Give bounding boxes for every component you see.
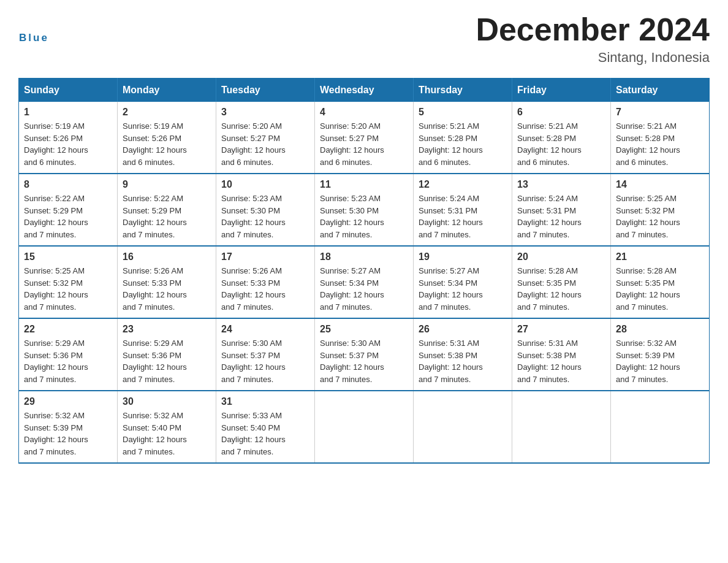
day-info: Sunrise: 5:22 AM Sunset: 5:29 PM Dayligh… <box>24 193 112 240</box>
day-number: 1 <box>24 107 112 118</box>
calendar-cell: 27 Sunrise: 5:31 AM Sunset: 5:38 PM Dayl… <box>512 318 611 391</box>
day-info: Sunrise: 5:28 AM Sunset: 5:35 PM Dayligh… <box>517 265 605 313</box>
page-header: General Blue December 2024 Sintang, Indo… <box>18 12 710 66</box>
day-number: 14 <box>616 179 704 190</box>
calendar-header-row: SundayMondayTuesdayWednesdayThursdayFrid… <box>19 79 710 102</box>
day-info: Sunrise: 5:26 AM Sunset: 5:33 PM Dayligh… <box>123 265 211 313</box>
calendar-cell: 1 Sunrise: 5:19 AM Sunset: 5:26 PM Dayli… <box>19 102 118 174</box>
calendar-cell: 5 Sunrise: 5:21 AM Sunset: 5:28 PM Dayli… <box>414 102 512 174</box>
day-number: 24 <box>221 324 309 335</box>
day-number: 15 <box>24 251 112 262</box>
day-number: 6 <box>517 107 605 118</box>
day-number: 11 <box>320 179 408 190</box>
day-info: Sunrise: 5:32 AM Sunset: 5:39 PM Dayligh… <box>24 410 112 458</box>
day-number: 20 <box>517 251 605 262</box>
calendar-header-sunday: Sunday <box>19 79 118 102</box>
day-number: 28 <box>616 324 704 335</box>
title-section: December 2024 Sintang, Indonesia <box>476 12 710 66</box>
day-info: Sunrise: 5:31 AM Sunset: 5:38 PM Dayligh… <box>517 337 605 385</box>
day-info: Sunrise: 5:27 AM Sunset: 5:34 PM Dayligh… <box>419 265 507 313</box>
day-number: 3 <box>221 107 309 118</box>
day-info: Sunrise: 5:31 AM Sunset: 5:38 PM Dayligh… <box>419 337 507 385</box>
day-info: Sunrise: 5:20 AM Sunset: 5:27 PM Dayligh… <box>221 120 309 168</box>
logo: General Blue <box>18 34 49 44</box>
day-info: Sunrise: 5:23 AM Sunset: 5:30 PM Dayligh… <box>320 193 408 240</box>
calendar-week-row-3: 15 Sunrise: 5:25 AM Sunset: 5:32 PM Dayl… <box>19 246 710 318</box>
day-info: Sunrise: 5:21 AM Sunset: 5:28 PM Dayligh… <box>616 120 704 168</box>
calendar-cell: 22 Sunrise: 5:29 AM Sunset: 5:36 PM Dayl… <box>19 318 118 391</box>
calendar-header-saturday: Saturday <box>611 79 710 102</box>
calendar-cell: 14 Sunrise: 5:25 AM Sunset: 5:32 PM Dayl… <box>611 174 710 246</box>
day-number: 12 <box>419 179 507 190</box>
calendar-cell: 28 Sunrise: 5:32 AM Sunset: 5:39 PM Dayl… <box>611 318 710 391</box>
day-info: Sunrise: 5:25 AM Sunset: 5:32 PM Dayligh… <box>616 193 704 240</box>
calendar-cell: 8 Sunrise: 5:22 AM Sunset: 5:29 PM Dayli… <box>19 174 118 246</box>
logo-blue-label: Blue <box>19 32 49 44</box>
calendar-cell: 2 Sunrise: 5:19 AM Sunset: 5:26 PM Dayli… <box>118 102 216 174</box>
day-info: Sunrise: 5:24 AM Sunset: 5:31 PM Dayligh… <box>517 193 605 240</box>
calendar-cell <box>414 391 512 463</box>
day-number: 18 <box>320 251 408 262</box>
calendar-cell: 26 Sunrise: 5:31 AM Sunset: 5:38 PM Dayl… <box>414 318 512 391</box>
day-info: Sunrise: 5:23 AM Sunset: 5:30 PM Dayligh… <box>221 193 309 240</box>
day-info: Sunrise: 5:20 AM Sunset: 5:27 PM Dayligh… <box>320 120 408 168</box>
calendar-header-wednesday: Wednesday <box>315 79 414 102</box>
page-subtitle: Sintang, Indonesia <box>476 50 710 66</box>
calendar-header-tuesday: Tuesday <box>216 79 315 102</box>
day-number: 21 <box>616 251 704 262</box>
calendar-cell: 23 Sunrise: 5:29 AM Sunset: 5:36 PM Dayl… <box>118 318 216 391</box>
calendar-cell: 4 Sunrise: 5:20 AM Sunset: 5:27 PM Dayli… <box>315 102 414 174</box>
day-number: 4 <box>320 107 408 118</box>
day-number: 17 <box>221 251 309 262</box>
day-number: 13 <box>517 179 605 190</box>
day-info: Sunrise: 5:29 AM Sunset: 5:36 PM Dayligh… <box>123 337 211 385</box>
calendar-week-row-1: 1 Sunrise: 5:19 AM Sunset: 5:26 PM Dayli… <box>19 102 710 174</box>
day-number: 25 <box>320 324 408 335</box>
calendar-table: SundayMondayTuesdayWednesdayThursdayFrid… <box>18 78 710 464</box>
calendar-cell: 20 Sunrise: 5:28 AM Sunset: 5:35 PM Dayl… <box>512 246 611 318</box>
day-info: Sunrise: 5:21 AM Sunset: 5:28 PM Dayligh… <box>517 120 605 168</box>
calendar-cell: 30 Sunrise: 5:32 AM Sunset: 5:40 PM Dayl… <box>118 391 216 463</box>
calendar-cell: 12 Sunrise: 5:24 AM Sunset: 5:31 PM Dayl… <box>414 174 512 246</box>
page-title: December 2024 <box>476 12 710 47</box>
calendar-cell: 29 Sunrise: 5:32 AM Sunset: 5:39 PM Dayl… <box>19 391 118 463</box>
day-info: Sunrise: 5:27 AM Sunset: 5:34 PM Dayligh… <box>320 265 408 313</box>
calendar-cell: 3 Sunrise: 5:20 AM Sunset: 5:27 PM Dayli… <box>216 102 315 174</box>
calendar-cell: 17 Sunrise: 5:26 AM Sunset: 5:33 PM Dayl… <box>216 246 315 318</box>
day-info: Sunrise: 5:19 AM Sunset: 5:26 PM Dayligh… <box>24 120 112 168</box>
day-info: Sunrise: 5:25 AM Sunset: 5:32 PM Dayligh… <box>24 265 112 313</box>
day-info: Sunrise: 5:29 AM Sunset: 5:36 PM Dayligh… <box>24 337 112 385</box>
day-info: Sunrise: 5:30 AM Sunset: 5:37 PM Dayligh… <box>320 337 408 385</box>
calendar-cell: 21 Sunrise: 5:28 AM Sunset: 5:35 PM Dayl… <box>611 246 710 318</box>
calendar-cell <box>315 391 414 463</box>
day-info: Sunrise: 5:32 AM Sunset: 5:39 PM Dayligh… <box>616 337 704 385</box>
day-info: Sunrise: 5:22 AM Sunset: 5:29 PM Dayligh… <box>123 193 211 240</box>
calendar-cell: 15 Sunrise: 5:25 AM Sunset: 5:32 PM Dayl… <box>19 246 118 318</box>
calendar-cell: 13 Sunrise: 5:24 AM Sunset: 5:31 PM Dayl… <box>512 174 611 246</box>
day-number: 19 <box>419 251 507 262</box>
calendar-cell: 10 Sunrise: 5:23 AM Sunset: 5:30 PM Dayl… <box>216 174 315 246</box>
calendar-week-row-4: 22 Sunrise: 5:29 AM Sunset: 5:36 PM Dayl… <box>19 318 710 391</box>
day-number: 31 <box>221 396 309 407</box>
day-number: 29 <box>24 396 112 407</box>
day-number: 23 <box>123 324 211 335</box>
calendar-cell: 16 Sunrise: 5:26 AM Sunset: 5:33 PM Dayl… <box>118 246 216 318</box>
day-number: 2 <box>123 107 211 118</box>
calendar-cell: 6 Sunrise: 5:21 AM Sunset: 5:28 PM Dayli… <box>512 102 611 174</box>
day-number: 22 <box>24 324 112 335</box>
calendar-header-thursday: Thursday <box>414 79 512 102</box>
day-number: 9 <box>123 179 211 190</box>
day-info: Sunrise: 5:26 AM Sunset: 5:33 PM Dayligh… <box>221 265 309 313</box>
day-number: 7 <box>616 107 704 118</box>
day-number: 10 <box>221 179 309 190</box>
calendar-cell: 24 Sunrise: 5:30 AM Sunset: 5:37 PM Dayl… <box>216 318 315 391</box>
calendar-cell: 31 Sunrise: 5:33 AM Sunset: 5:40 PM Dayl… <box>216 391 315 463</box>
calendar-cell <box>512 391 611 463</box>
calendar-header-monday: Monday <box>118 79 216 102</box>
day-number: 30 <box>123 396 211 407</box>
calendar-cell <box>611 391 710 463</box>
day-number: 8 <box>24 179 112 190</box>
day-info: Sunrise: 5:21 AM Sunset: 5:28 PM Dayligh… <box>419 120 507 168</box>
day-info: Sunrise: 5:28 AM Sunset: 5:35 PM Dayligh… <box>616 265 704 313</box>
day-info: Sunrise: 5:24 AM Sunset: 5:31 PM Dayligh… <box>419 193 507 240</box>
